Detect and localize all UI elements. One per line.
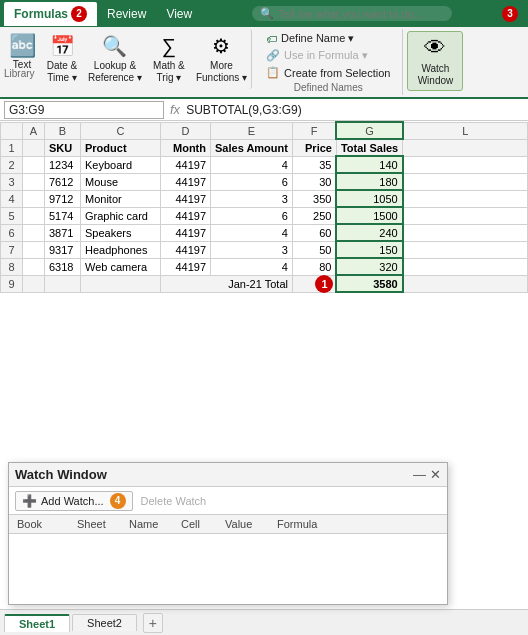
cell-4-A[interactable] [23, 190, 45, 207]
cell-3-B[interactable]: 7612 [45, 173, 81, 190]
cell-6-D[interactable]: 44197 [161, 224, 211, 241]
cell-1-G[interactable]: Total Sales [336, 139, 402, 156]
cell-1-B[interactable]: SKU [45, 139, 81, 156]
math-icon: ∑ [162, 35, 176, 58]
cell-3-A[interactable] [23, 173, 45, 190]
delete-watch-btn[interactable]: Delete Watch [141, 495, 207, 507]
sheet-tabs-bar: Sheet1 Sheet2 + [0, 609, 528, 635]
cell-5-E[interactable]: 6 [211, 207, 293, 224]
watch-window-panel: Watch Window — ✕ ➕ Add Watch... 4 Delete… [8, 462, 448, 605]
sheet-tab-sheet1[interactable]: Sheet1 [4, 614, 70, 632]
cell-7-D[interactable]: 44197 [161, 241, 211, 258]
add-watch-btn[interactable]: ➕ Add Watch... 4 [15, 491, 133, 511]
more-functions-icon: ⚙ [212, 34, 230, 58]
cell-5-C[interactable]: Graphic card [81, 207, 161, 224]
tell-me-input[interactable] [278, 8, 444, 20]
cell-2-C[interactable]: Keyboard [81, 156, 161, 173]
cell-8-C[interactable]: Web camera [81, 258, 161, 275]
cell-6-F[interactable]: 60 [292, 224, 336, 241]
cell-2-B[interactable]: 1234 [45, 156, 81, 173]
cell-3-L[interactable] [403, 173, 528, 190]
cell-7-G[interactable]: 150 [336, 241, 402, 258]
cell-6-G[interactable]: 240 [336, 224, 402, 241]
cell-2-D[interactable]: 44197 [161, 156, 211, 173]
cell-7-A[interactable] [23, 241, 45, 258]
cell-3-E[interactable]: 6 [211, 173, 293, 190]
cell-4-L[interactable] [403, 190, 528, 207]
cell-5-D[interactable]: 44197 [161, 207, 211, 224]
more-functions-btn[interactable]: ⚙ MoreFunctions ▾ [192, 29, 252, 89]
watch-window-btn[interactable]: 👁 WatchWindow [407, 31, 463, 91]
cell-1-F[interactable]: Price [292, 139, 336, 156]
cell-4-D[interactable]: 44197 [161, 190, 211, 207]
name-box[interactable] [4, 101, 164, 119]
tab-view[interactable]: View [156, 3, 202, 25]
cell-3-D[interactable]: 44197 [161, 173, 211, 190]
cell-8-L[interactable] [403, 258, 528, 275]
sheet-tab-sheet2[interactable]: Sheet2 [72, 614, 137, 631]
cell-2-E[interactable]: 4 [211, 156, 293, 173]
cell-8-D[interactable]: 44197 [161, 258, 211, 275]
cell-8-G[interactable]: 320 [336, 258, 402, 275]
text-btn[interactable]: 🔤 Text [4, 29, 40, 89]
cell-7-E[interactable]: 3 [211, 241, 293, 258]
cell-7-C[interactable]: Headphones [81, 241, 161, 258]
cell-4-E[interactable]: 3 [211, 190, 293, 207]
math-label: Math &Trig ▾ [153, 60, 185, 84]
cell-6-L[interactable] [403, 224, 528, 241]
tab-review[interactable]: Review [97, 3, 156, 25]
define-name-btn[interactable]: 🏷 Define Name ▾ [262, 31, 394, 46]
cell-9-B[interactable] [45, 275, 81, 292]
cell-9-A[interactable] [23, 275, 45, 292]
cell-9-D[interactable]: Jan-21 Total [161, 275, 293, 292]
cell-9-G[interactable]: 3580 [336, 275, 402, 292]
cell-3-G[interactable]: 180 [336, 173, 402, 190]
minimize-icon[interactable]: — [413, 467, 426, 482]
cell-8-E[interactable]: 4 [211, 258, 293, 275]
cell-5-G[interactable]: 1500 [336, 207, 402, 224]
cell-8-B[interactable]: 6318 [45, 258, 81, 275]
cell-4-B[interactable]: 9712 [45, 190, 81, 207]
cell-9-L[interactable] [403, 275, 528, 292]
cell-8-F[interactable]: 80 [292, 258, 336, 275]
use-in-formula-btn[interactable]: 🔗 Use in Formula ▾ [262, 48, 394, 63]
cell-2-A[interactable] [23, 156, 45, 173]
cell-4-G[interactable]: 1050 [336, 190, 402, 207]
cell-3-F[interactable]: 30 [292, 173, 336, 190]
close-icon[interactable]: ✕ [430, 467, 441, 482]
cell-2-G[interactable]: 140 [336, 156, 402, 173]
cell-6-E[interactable]: 4 [211, 224, 293, 241]
cell-5-B[interactable]: 5174 [45, 207, 81, 224]
cell-1-E[interactable]: Sales Amount [211, 139, 293, 156]
watch-title: Watch Window [15, 467, 413, 482]
cell-5-L[interactable] [403, 207, 528, 224]
lookup-reference-btn[interactable]: 🔍 Lookup &Reference ▾ [84, 29, 146, 89]
cell-7-L[interactable] [403, 241, 528, 258]
cell-3-C[interactable]: Mouse [81, 173, 161, 190]
cell-6-A[interactable] [23, 224, 45, 241]
cell-8-A[interactable] [23, 258, 45, 275]
cell-9-C[interactable] [81, 275, 161, 292]
cell-7-B[interactable]: 9317 [45, 241, 81, 258]
create-from-selection-label: Create from Selection [284, 67, 390, 79]
math-trig-btn[interactable]: ∑ Math &Trig ▾ [148, 29, 190, 89]
cell-1-A[interactable] [23, 139, 45, 156]
cell-9-F[interactable]: 1 [292, 275, 336, 292]
cell-6-B[interactable]: 3871 [45, 224, 81, 241]
cell-2-F[interactable]: 35 [292, 156, 336, 173]
cell-4-C[interactable]: Monitor [81, 190, 161, 207]
tab-formulas[interactable]: Formulas 2 [4, 2, 97, 26]
cell-2-L[interactable] [403, 156, 528, 173]
cell-6-C[interactable]: Speakers [81, 224, 161, 241]
date-time-btn[interactable]: 📅 Date &Time ▾ [42, 29, 82, 89]
create-from-selection-btn[interactable]: 📋 Create from Selection [262, 65, 394, 80]
cell-4-F[interactable]: 350 [292, 190, 336, 207]
cell-5-F[interactable]: 250 [292, 207, 336, 224]
cell-7-F[interactable]: 50 [292, 241, 336, 258]
cell-1-L[interactable] [403, 139, 528, 156]
cell-1-C[interactable]: Product [81, 139, 161, 156]
add-sheet-btn[interactable]: + [143, 613, 163, 633]
col-header-f: F [292, 122, 336, 139]
cell-1-D[interactable]: Month [161, 139, 211, 156]
cell-5-A[interactable] [23, 207, 45, 224]
